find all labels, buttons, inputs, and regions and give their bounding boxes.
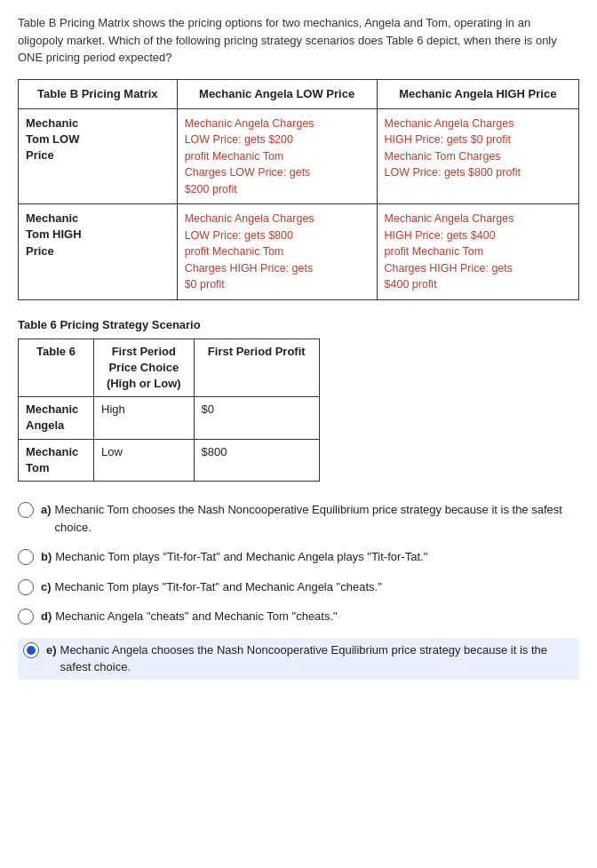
answer-label-c: c)	[41, 578, 52, 596]
table-b-col1-header: Mechanic Angela LOW Price	[177, 79, 377, 108]
row-header-tom-high: Mechanic Tom HIGH Price	[19, 204, 178, 300]
cell-tom-profit: $800	[194, 439, 320, 481]
answer-text-d: Mechanic Angela "cheats" and Mechanic To…	[55, 608, 579, 625]
cell-tom-price: Low	[94, 439, 194, 481]
radio-c[interactable]	[18, 579, 34, 595]
answer-option-e[interactable]: e)Mechanic Angela chooses the Nash Nonco…	[18, 638, 579, 680]
radio-d[interactable]	[18, 609, 34, 625]
table-row: Mechanic Tom Low $800	[19, 439, 320, 481]
answer-option-a[interactable]: a)Mechanic Tom chooses the Nash Noncoope…	[18, 501, 579, 536]
table6-title: Table 6 Pricing Strategy Scenario	[18, 318, 579, 331]
cell-tom-low-angela-high: Mechanic Angela Charges HIGH Price: gets…	[377, 108, 578, 204]
cell-tom-high-angela-low: Mechanic Angela Charges LOW Price: gets …	[177, 204, 377, 300]
cell-tom-high-angela-high: Mechanic Angela Charges HIGH Price: gets…	[377, 204, 578, 300]
table-b-col2-header: Mechanic Angela HIGH Price	[377, 79, 578, 108]
answer-text-b: Mechanic Tom plays "Tit-for-Tat" and Mec…	[55, 548, 579, 566]
answer-option-b[interactable]: b)Mechanic Tom plays "Tit-for-Tat" and M…	[18, 548, 579, 566]
table6: Table 6 First Period Price Choice (High …	[18, 338, 320, 482]
row-header-tom-low: Mechanic Tom LOW Price	[19, 108, 178, 204]
answer-label-e: e)	[46, 641, 57, 659]
pricing-matrix-table: Table B Pricing Matrix Mechanic Angela L…	[18, 79, 579, 300]
answer-text-e: Mechanic Angela chooses the Nash Noncoop…	[60, 641, 574, 676]
table6-col2-header: First Period Profit	[194, 338, 320, 397]
cell-angela-profit: $0	[194, 397, 320, 439]
answer-choices: a)Mechanic Tom chooses the Nash Noncoope…	[18, 501, 579, 680]
answer-option-d[interactable]: d)Mechanic Angela "cheats" and Mechanic …	[18, 608, 579, 625]
cell-tom-low-angela-low: Mechanic Angela Charges LOW Price: gets …	[177, 108, 377, 204]
cell-angela-price: High	[94, 397, 194, 439]
table6-corner: Table 6	[19, 338, 94, 397]
radio-b[interactable]	[18, 549, 34, 565]
answer-label-b: b)	[41, 548, 52, 566]
row-tom: Mechanic Tom	[19, 439, 94, 481]
table-b-corner: Table B Pricing Matrix	[19, 79, 178, 108]
intro-text: Table B Pricing Matrix shows the pricing…	[18, 14, 579, 67]
radio-e[interactable]	[23, 642, 39, 658]
answer-text-a: Mechanic Tom chooses the Nash Noncoopera…	[55, 501, 579, 536]
table6-col1-header: First Period Price Choice (High or Low)	[94, 338, 194, 397]
answer-label-a: a)	[41, 501, 52, 519]
radio-a[interactable]	[18, 502, 34, 518]
answer-label-d: d)	[41, 608, 52, 625]
table-row: Mechanic Tom LOW Price Mechanic Angela C…	[19, 108, 579, 204]
table-row: Mechanic Tom HIGH Price Mechanic Angela …	[19, 204, 579, 300]
row-angela: Mechanic Angela	[19, 397, 94, 439]
table-row: Mechanic Angela High $0	[19, 397, 320, 439]
answer-option-c[interactable]: c)Mechanic Tom plays "Tit-for-Tat" and M…	[18, 578, 579, 596]
answer-text-c: Mechanic Tom plays "Tit-for-Tat" and Mec…	[55, 578, 579, 596]
